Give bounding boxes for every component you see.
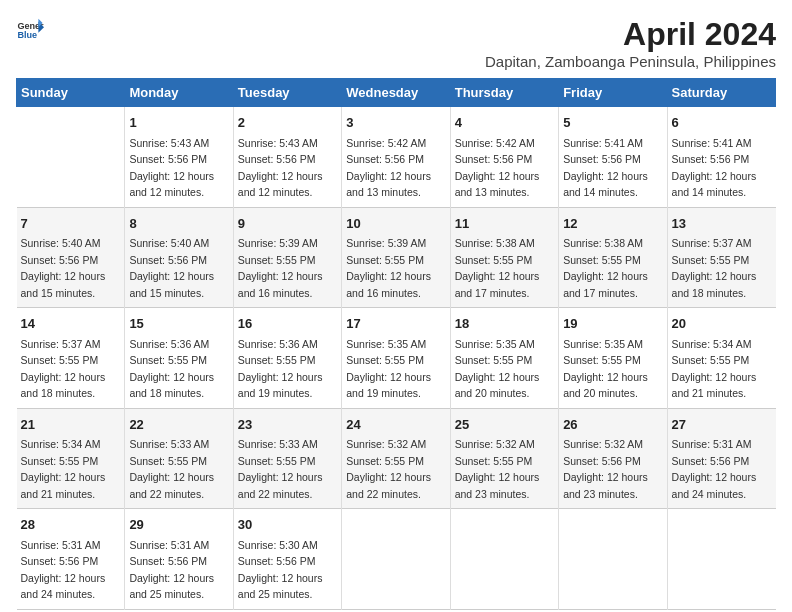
calendar-cell — [667, 509, 775, 610]
day-info: Sunrise: 5:33 AMSunset: 5:55 PMDaylight:… — [238, 438, 323, 500]
calendar-week-row: 28Sunrise: 5:31 AMSunset: 5:56 PMDayligh… — [17, 509, 776, 610]
calendar-cell: 2Sunrise: 5:43 AMSunset: 5:56 PMDaylight… — [233, 107, 341, 208]
calendar-cell: 14Sunrise: 5:37 AMSunset: 5:55 PMDayligh… — [17, 308, 125, 409]
calendar-cell: 29Sunrise: 5:31 AMSunset: 5:56 PMDayligh… — [125, 509, 233, 610]
day-number: 7 — [21, 214, 121, 234]
day-number: 23 — [238, 415, 337, 435]
day-number: 1 — [129, 113, 228, 133]
day-number: 20 — [672, 314, 772, 334]
day-number: 26 — [563, 415, 662, 435]
col-header-wednesday: Wednesday — [342, 79, 450, 107]
day-number: 18 — [455, 314, 554, 334]
calendar-cell: 28Sunrise: 5:31 AMSunset: 5:56 PMDayligh… — [17, 509, 125, 610]
calendar-table: SundayMondayTuesdayWednesdayThursdayFrid… — [16, 78, 776, 610]
day-number: 17 — [346, 314, 445, 334]
calendar-week-row: 1Sunrise: 5:43 AMSunset: 5:56 PMDaylight… — [17, 107, 776, 208]
day-info: Sunrise: 5:30 AMSunset: 5:56 PMDaylight:… — [238, 539, 323, 601]
col-header-monday: Monday — [125, 79, 233, 107]
title-area: April 2024 Dapitan, Zamboanga Peninsula,… — [485, 16, 776, 70]
day-info: Sunrise: 5:36 AMSunset: 5:55 PMDaylight:… — [238, 338, 323, 400]
day-number: 6 — [672, 113, 772, 133]
calendar-cell — [450, 509, 558, 610]
day-info: Sunrise: 5:40 AMSunset: 5:56 PMDaylight:… — [129, 237, 214, 299]
day-info: Sunrise: 5:34 AMSunset: 5:55 PMDaylight:… — [21, 438, 106, 500]
calendar-cell: 7Sunrise: 5:40 AMSunset: 5:56 PMDaylight… — [17, 207, 125, 308]
calendar-cell — [559, 509, 667, 610]
col-header-saturday: Saturday — [667, 79, 775, 107]
day-info: Sunrise: 5:43 AMSunset: 5:56 PMDaylight:… — [129, 137, 214, 199]
day-info: Sunrise: 5:35 AMSunset: 5:55 PMDaylight:… — [563, 338, 648, 400]
calendar-cell — [17, 107, 125, 208]
calendar-cell: 21Sunrise: 5:34 AMSunset: 5:55 PMDayligh… — [17, 408, 125, 509]
calendar-cell: 18Sunrise: 5:35 AMSunset: 5:55 PMDayligh… — [450, 308, 558, 409]
calendar-cell: 1Sunrise: 5:43 AMSunset: 5:56 PMDaylight… — [125, 107, 233, 208]
calendar-cell: 23Sunrise: 5:33 AMSunset: 5:55 PMDayligh… — [233, 408, 341, 509]
calendar-cell: 11Sunrise: 5:38 AMSunset: 5:55 PMDayligh… — [450, 207, 558, 308]
day-info: Sunrise: 5:42 AMSunset: 5:56 PMDaylight:… — [455, 137, 540, 199]
day-number: 21 — [21, 415, 121, 435]
col-header-sunday: Sunday — [17, 79, 125, 107]
day-info: Sunrise: 5:36 AMSunset: 5:55 PMDaylight:… — [129, 338, 214, 400]
calendar-cell: 16Sunrise: 5:36 AMSunset: 5:55 PMDayligh… — [233, 308, 341, 409]
day-info: Sunrise: 5:38 AMSunset: 5:55 PMDaylight:… — [455, 237, 540, 299]
day-number: 14 — [21, 314, 121, 334]
day-number: 16 — [238, 314, 337, 334]
calendar-cell: 27Sunrise: 5:31 AMSunset: 5:56 PMDayligh… — [667, 408, 775, 509]
day-info: Sunrise: 5:32 AMSunset: 5:55 PMDaylight:… — [346, 438, 431, 500]
page-title: April 2024 — [485, 16, 776, 53]
day-info: Sunrise: 5:34 AMSunset: 5:55 PMDaylight:… — [672, 338, 757, 400]
calendar-cell: 25Sunrise: 5:32 AMSunset: 5:55 PMDayligh… — [450, 408, 558, 509]
calendar-cell: 12Sunrise: 5:38 AMSunset: 5:55 PMDayligh… — [559, 207, 667, 308]
day-info: Sunrise: 5:40 AMSunset: 5:56 PMDaylight:… — [21, 237, 106, 299]
day-number: 11 — [455, 214, 554, 234]
calendar-cell — [342, 509, 450, 610]
day-number: 19 — [563, 314, 662, 334]
day-number: 24 — [346, 415, 445, 435]
day-info: Sunrise: 5:38 AMSunset: 5:55 PMDaylight:… — [563, 237, 648, 299]
day-number: 15 — [129, 314, 228, 334]
day-info: Sunrise: 5:41 AMSunset: 5:56 PMDaylight:… — [672, 137, 757, 199]
calendar-cell: 19Sunrise: 5:35 AMSunset: 5:55 PMDayligh… — [559, 308, 667, 409]
day-info: Sunrise: 5:31 AMSunset: 5:56 PMDaylight:… — [672, 438, 757, 500]
day-info: Sunrise: 5:35 AMSunset: 5:55 PMDaylight:… — [346, 338, 431, 400]
day-number: 28 — [21, 515, 121, 535]
day-number: 9 — [238, 214, 337, 234]
calendar-cell: 6Sunrise: 5:41 AMSunset: 5:56 PMDaylight… — [667, 107, 775, 208]
calendar-cell: 15Sunrise: 5:36 AMSunset: 5:55 PMDayligh… — [125, 308, 233, 409]
day-info: Sunrise: 5:37 AMSunset: 5:55 PMDaylight:… — [672, 237, 757, 299]
logo: General Blue — [16, 16, 44, 44]
day-number: 30 — [238, 515, 337, 535]
calendar-cell: 5Sunrise: 5:41 AMSunset: 5:56 PMDaylight… — [559, 107, 667, 208]
calendar-cell: 30Sunrise: 5:30 AMSunset: 5:56 PMDayligh… — [233, 509, 341, 610]
calendar-cell: 17Sunrise: 5:35 AMSunset: 5:55 PMDayligh… — [342, 308, 450, 409]
day-number: 5 — [563, 113, 662, 133]
day-number: 22 — [129, 415, 228, 435]
day-number: 12 — [563, 214, 662, 234]
calendar-week-row: 7Sunrise: 5:40 AMSunset: 5:56 PMDaylight… — [17, 207, 776, 308]
day-info: Sunrise: 5:41 AMSunset: 5:56 PMDaylight:… — [563, 137, 648, 199]
calendar-cell: 9Sunrise: 5:39 AMSunset: 5:55 PMDaylight… — [233, 207, 341, 308]
header: General Blue April 2024 Dapitan, Zamboan… — [16, 16, 776, 70]
calendar-cell: 22Sunrise: 5:33 AMSunset: 5:55 PMDayligh… — [125, 408, 233, 509]
day-number: 3 — [346, 113, 445, 133]
day-info: Sunrise: 5:31 AMSunset: 5:56 PMDaylight:… — [129, 539, 214, 601]
day-number: 8 — [129, 214, 228, 234]
page-subtitle: Dapitan, Zamboanga Peninsula, Philippine… — [485, 53, 776, 70]
day-number: 29 — [129, 515, 228, 535]
calendar-week-row: 21Sunrise: 5:34 AMSunset: 5:55 PMDayligh… — [17, 408, 776, 509]
day-info: Sunrise: 5:35 AMSunset: 5:55 PMDaylight:… — [455, 338, 540, 400]
day-number: 2 — [238, 113, 337, 133]
calendar-cell: 24Sunrise: 5:32 AMSunset: 5:55 PMDayligh… — [342, 408, 450, 509]
svg-text:Blue: Blue — [17, 30, 37, 40]
logo-icon: General Blue — [16, 16, 44, 44]
day-info: Sunrise: 5:32 AMSunset: 5:55 PMDaylight:… — [455, 438, 540, 500]
day-info: Sunrise: 5:42 AMSunset: 5:56 PMDaylight:… — [346, 137, 431, 199]
day-number: 4 — [455, 113, 554, 133]
col-header-tuesday: Tuesday — [233, 79, 341, 107]
calendar-cell: 8Sunrise: 5:40 AMSunset: 5:56 PMDaylight… — [125, 207, 233, 308]
day-info: Sunrise: 5:32 AMSunset: 5:56 PMDaylight:… — [563, 438, 648, 500]
col-header-friday: Friday — [559, 79, 667, 107]
calendar-cell: 3Sunrise: 5:42 AMSunset: 5:56 PMDaylight… — [342, 107, 450, 208]
day-number: 13 — [672, 214, 772, 234]
calendar-cell: 10Sunrise: 5:39 AMSunset: 5:55 PMDayligh… — [342, 207, 450, 308]
